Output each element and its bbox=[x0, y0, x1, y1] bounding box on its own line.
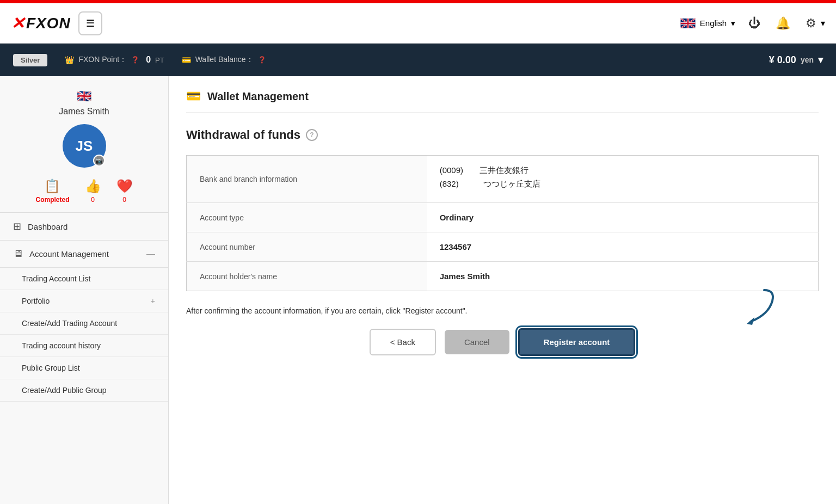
crown-icon: 👑 bbox=[65, 56, 74, 64]
portfolio-expand-icon: + bbox=[151, 297, 155, 305]
nav-bar: Silver 👑 FXON Point： ❓ 0 PT 💳 Wallet Bal… bbox=[0, 44, 836, 76]
action-buttons: < Back Cancel Register account bbox=[186, 328, 819, 356]
language-selector[interactable]: English ▾ bbox=[680, 19, 735, 28]
account-number-label-cell: Account number bbox=[187, 232, 427, 262]
settings-chevron-icon: ▾ bbox=[821, 18, 825, 28]
dashboard-icon: ⊞ bbox=[13, 220, 21, 232]
sidebar-item-dashboard[interactable]: ⊞ Dashboard bbox=[0, 213, 168, 241]
withdrawal-title-text: Withdrawal of funds bbox=[186, 128, 300, 142]
account-number-value: 1234567 bbox=[440, 242, 471, 251]
wallet-balance-item: 💳 Wallet Balance： ❓ bbox=[182, 55, 266, 65]
language-label: English bbox=[700, 19, 727, 28]
sidebar-item-account-management[interactable]: 🖥 Account Management — bbox=[0, 241, 168, 268]
create-trading-account-label: Create/Add Trading Account bbox=[22, 319, 117, 328]
stat-likes: 👍 0 bbox=[85, 179, 101, 204]
wallet-balance-label: Wallet Balance： bbox=[195, 55, 254, 65]
bank-line-1: (0009) 三井住友銀行 bbox=[440, 165, 805, 176]
create-public-group-label: Create/Add Public Group bbox=[22, 386, 107, 395]
sidebar-stats: 📋 Completed 👍 0 ❤️ 0 bbox=[9, 179, 159, 204]
sidebar-item-create-public-group[interactable]: Create/Add Public Group bbox=[0, 379, 168, 402]
wallet-balance-help-icon[interactable]: ❓ bbox=[258, 56, 266, 64]
document-check-icon: 📋 bbox=[44, 179, 60, 194]
wallet-icon: 💳 bbox=[182, 56, 191, 64]
account-type-value-cell: Ordinary bbox=[427, 203, 819, 232]
avatar: JS 📷 bbox=[63, 124, 106, 168]
sidebar-item-public-group-list[interactable]: Public Group List bbox=[0, 357, 168, 379]
dashboard-label: Dashboard bbox=[28, 222, 67, 231]
user-flag-icon: 🇬🇧 bbox=[9, 89, 159, 103]
fxon-point-help-icon[interactable]: ❓ bbox=[131, 56, 139, 64]
portfolio-label: Portfolio bbox=[22, 297, 50, 305]
page-section-title: 💳 Wallet Management bbox=[186, 89, 819, 113]
header: ✕ FXON ☰ English ▾ ⏻ 🔔 ⚙ ▾ bbox=[0, 3, 836, 44]
header-right: English ▾ ⏻ 🔔 ⚙ ▾ bbox=[680, 14, 825, 33]
fxon-point-label: FXON Point： bbox=[78, 55, 127, 65]
account-number-value-cell: 1234567 bbox=[427, 232, 819, 262]
wallet-currency-unit: yen bbox=[801, 56, 814, 64]
layout: 🇬🇧 James Smith JS 📷 📋 Completed 👍 0 bbox=[0, 76, 836, 504]
fxon-point-value: 0 bbox=[146, 55, 151, 65]
stat-likes-value: 0 bbox=[91, 196, 95, 204]
sidebar-item-portfolio[interactable]: Portfolio + bbox=[0, 290, 168, 312]
account-holder-value: James Smith bbox=[440, 272, 490, 281]
notification-button[interactable]: 🔔 bbox=[773, 14, 792, 33]
power-button[interactable]: ⏻ bbox=[746, 14, 763, 33]
gear-icon: ⚙ bbox=[803, 14, 819, 33]
public-group-list-label: Public Group List bbox=[22, 364, 80, 372]
table-row-account-type: Account type Ordinary bbox=[187, 203, 819, 232]
settings-area[interactable]: ⚙ ▾ bbox=[803, 14, 825, 33]
account-type-value: Ordinary bbox=[440, 213, 474, 222]
sidebar-user-area: 🇬🇧 James Smith JS 📷 📋 Completed 👍 0 bbox=[0, 76, 168, 213]
main-content: 💳 Wallet Management Withdrawal of funds … bbox=[169, 76, 836, 504]
trading-account-history-label: Trading account history bbox=[22, 341, 101, 350]
sidebar-nav: ⊞ Dashboard 🖥 Account Management — Tradi… bbox=[0, 213, 168, 402]
heart-icon: ❤️ bbox=[116, 179, 133, 194]
fxon-point-item: 👑 FXON Point： ❓ 0 PT bbox=[65, 55, 164, 65]
wallet-chevron-icon: ▾ bbox=[818, 54, 823, 66]
avatar-camera-icon[interactable]: 📷 bbox=[93, 155, 105, 167]
wallet-management-icon: 💳 bbox=[186, 89, 201, 103]
wallet-balance-value: ¥ 0.00 bbox=[769, 54, 796, 66]
hamburger-icon: ☰ bbox=[86, 17, 95, 29]
stat-hearts: ❤️ 0 bbox=[116, 179, 133, 204]
hamburger-button[interactable]: ☰ bbox=[78, 11, 102, 35]
cancel-button[interactable]: Cancel bbox=[445, 330, 509, 354]
register-account-button[interactable]: Register account bbox=[518, 328, 636, 356]
silver-badge: Silver bbox=[13, 54, 47, 66]
account-management-label: Account Management bbox=[29, 249, 109, 259]
logo-x-icon: ✕ bbox=[11, 14, 25, 33]
stat-hearts-value: 0 bbox=[122, 196, 126, 204]
account-info-table: Bank and branch information (0009) 三井住友銀… bbox=[186, 155, 819, 291]
account-type-label-cell: Account type bbox=[187, 203, 427, 232]
logo: ✕ FXON bbox=[11, 14, 71, 33]
bank-line-2: (832) つつじヶ丘支店 bbox=[440, 179, 805, 189]
account-holder-label-cell: Account holder's name bbox=[187, 262, 427, 291]
fxon-point-unit: PT bbox=[155, 56, 164, 64]
sidebar-item-trading-account-history[interactable]: Trading account history bbox=[0, 335, 168, 357]
sidebar-item-create-trading-account[interactable]: Create/Add Trading Account bbox=[0, 312, 168, 335]
monitor-icon: 🖥 bbox=[13, 248, 23, 260]
bank-value-cell: (0009) 三井住友銀行 (832) つつじヶ丘支店 bbox=[427, 156, 819, 203]
uk-flag-icon bbox=[680, 19, 696, 28]
back-button[interactable]: < Back bbox=[370, 329, 436, 355]
table-row-bank: Bank and branch information (0009) 三井住友銀… bbox=[187, 156, 819, 203]
sidebar-item-trading-account-list[interactable]: Trading Account List bbox=[0, 268, 168, 290]
collapse-icon: — bbox=[146, 249, 155, 259]
logo-text: FXON bbox=[26, 15, 71, 32]
avatar-initials: JS bbox=[76, 138, 93, 155]
language-chevron-icon: ▾ bbox=[731, 19, 735, 28]
logo-area: ✕ FXON ☰ bbox=[11, 11, 102, 35]
withdrawal-help-icon[interactable]: ? bbox=[306, 129, 318, 141]
wallet-balance-value-area: ¥ 0.00 yen ▾ bbox=[769, 54, 823, 66]
register-arrow-annotation bbox=[704, 285, 775, 328]
stat-completed: 📋 Completed bbox=[35, 179, 69, 204]
trading-account-list-label: Trading Account List bbox=[22, 274, 90, 283]
bank-label-cell: Bank and branch information bbox=[187, 156, 427, 203]
stat-completed-label: Completed bbox=[35, 196, 69, 204]
sidebar: 🇬🇧 James Smith JS 📷 📋 Completed 👍 0 bbox=[0, 76, 169, 504]
thumbs-up-icon: 👍 bbox=[85, 179, 101, 194]
withdrawal-title: Withdrawal of funds ? bbox=[186, 128, 819, 142]
table-row-account-number: Account number 1234567 bbox=[187, 232, 819, 262]
sidebar-username: James Smith bbox=[9, 107, 159, 116]
svg-marker-1 bbox=[747, 317, 754, 325]
